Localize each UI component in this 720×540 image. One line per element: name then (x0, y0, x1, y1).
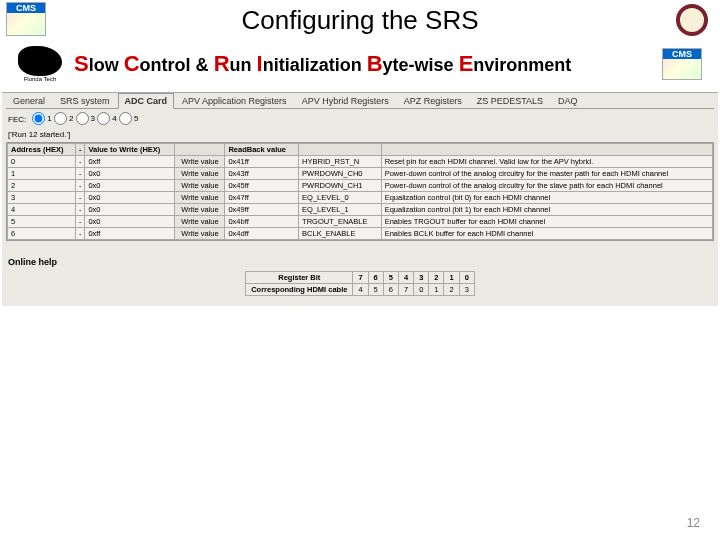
value-cell[interactable]: 0x0 (85, 168, 175, 180)
write-value-button[interactable]: Write value (175, 180, 225, 192)
bit-index: 2 (429, 272, 444, 284)
table-row: 6-0xffWrite value0x4dffBCLK_ENABLEEnable… (8, 228, 713, 240)
write-value-button[interactable]: Write value (175, 216, 225, 228)
write-value-button[interactable]: Write value (175, 168, 225, 180)
fec-radio-input-3[interactable] (76, 112, 89, 125)
tab-general[interactable]: General (6, 93, 52, 108)
bit-index: 6 (368, 272, 383, 284)
address-cell[interactable]: 6 (8, 228, 76, 240)
col-header: ReadBack value (225, 144, 299, 156)
tab-bar: GeneralSRS systemADC CardAPV Application… (6, 93, 714, 109)
fec-radio-1[interactable]: 1 (32, 112, 51, 125)
fec-radio-4[interactable]: 4 (97, 112, 116, 125)
value-cell[interactable]: 0x0 (85, 192, 175, 204)
register-name-cell: EQ_LEVEL_1 (299, 204, 382, 216)
app-panel: GeneralSRS systemADC CardAPV Application… (2, 92, 718, 306)
readback-cell: 0x47ff (225, 192, 299, 204)
bit-index: 5 (383, 272, 398, 284)
write-value-button[interactable]: Write value (175, 192, 225, 204)
tab-zs-pedestals[interactable]: ZS PEDESTALS (470, 93, 550, 108)
readback-cell: 0x41ff (225, 156, 299, 168)
readback-cell: 0x4dff (225, 228, 299, 240)
register-name-cell: PWRDOWN_CH0 (299, 168, 382, 180)
tab-apz-registers[interactable]: APZ Registers (397, 93, 469, 108)
fec-radio-3[interactable]: 3 (76, 112, 95, 125)
description-cell: Enables TRGOUT buffer for each HDMI chan… (381, 216, 712, 228)
fec-radio-5[interactable]: 5 (119, 112, 138, 125)
table-row: 3-0x0Write value0x47ffEQ_LEVEL_0Equaliza… (8, 192, 713, 204)
bit-index: 4 (398, 272, 413, 284)
fec-radio-input-5[interactable] (119, 112, 132, 125)
sep-cell: - (75, 228, 85, 240)
tab-srs-system[interactable]: SRS system (53, 93, 117, 108)
cable-index: 7 (398, 284, 413, 296)
sep-cell: - (75, 180, 85, 192)
scribe-acronym: Slow Control & Run Initialization Byte-w… (68, 51, 656, 77)
florida-tech-logo: Florida Tech (18, 46, 62, 82)
cms-logo-left (6, 2, 46, 36)
write-value-button[interactable]: Write value (175, 156, 225, 168)
bit-index: 3 (414, 272, 429, 284)
bit-index: 7 (353, 272, 368, 284)
write-value-button[interactable]: Write value (175, 228, 225, 240)
register-name-cell: HYBRID_RST_N (299, 156, 382, 168)
cable-index: 0 (414, 284, 429, 296)
panther-icon (18, 46, 62, 76)
bit-index: 1 (444, 272, 459, 284)
cable-index: 3 (459, 284, 474, 296)
register-name-cell: EQ_LEVEL_0 (299, 192, 382, 204)
table-row: 5-0x0Write value0x4bffTRGOUT_ENABLEEnabl… (8, 216, 713, 228)
tab-apv-hybrid-registers[interactable]: APV Hybrid Registers (295, 93, 396, 108)
tab-apv-application-registers[interactable]: APV Application Registers (175, 93, 294, 108)
register-name-cell: TRGOUT_ENABLE (299, 216, 382, 228)
description-cell: Power-down control of the analog circuit… (381, 168, 712, 180)
register-panel: Address (HEX)-Value to Write (HEX)ReadBa… (6, 142, 714, 241)
address-cell[interactable]: 1 (8, 168, 76, 180)
description-cell: Reset pin for each HDMI channel. Valid l… (381, 156, 712, 168)
table-row: 1-0x0Write value0x43ffPWRDOWN_CH0Power-d… (8, 168, 713, 180)
value-cell[interactable]: 0x0 (85, 216, 175, 228)
description-cell: Enables BCLK buffer for each HDMI channe… (381, 228, 712, 240)
tab-daq[interactable]: DAQ (551, 93, 585, 108)
app-banner: Florida Tech Slow Control & Run Initiali… (0, 40, 720, 92)
fec-radio-input-1[interactable] (32, 112, 45, 125)
fec-label: FEC: (8, 115, 26, 124)
register-table: Address (HEX)-Value to Write (HEX)ReadBa… (7, 143, 713, 240)
sep-cell: - (75, 204, 85, 216)
page-number: 12 (687, 516, 700, 530)
col-header: Address (HEX) (8, 144, 76, 156)
readback-cell: 0x4bff (225, 216, 299, 228)
readback-cell: 0x49ff (225, 204, 299, 216)
table-row: 4-0x0Write value0x49ffEQ_LEVEL_1Equaliza… (8, 204, 713, 216)
bits-row-head: Register Bit (246, 272, 353, 284)
address-cell[interactable]: 5 (8, 216, 76, 228)
value-cell[interactable]: 0x0 (85, 180, 175, 192)
col-header: - (75, 144, 85, 156)
sep-cell: - (75, 168, 85, 180)
col-header: Value to Write (HEX) (85, 144, 175, 156)
cable-index: 4 (353, 284, 368, 296)
address-cell[interactable]: 2 (8, 180, 76, 192)
address-cell[interactable]: 0 (8, 156, 76, 168)
slide-title: Configuring the SRS (241, 5, 478, 36)
address-cell[interactable]: 4 (8, 204, 76, 216)
fec-radio-input-2[interactable] (54, 112, 67, 125)
value-cell[interactable]: 0xff (85, 228, 175, 240)
tab-adc-card[interactable]: ADC Card (118, 93, 175, 109)
value-cell[interactable]: 0x0 (85, 204, 175, 216)
fec-radio-2[interactable]: 2 (54, 112, 73, 125)
fec-radio-input-4[interactable] (97, 112, 110, 125)
cable-row-head: Corresponding HDMI cable (246, 284, 353, 296)
sep-cell: - (75, 216, 85, 228)
sep-cell: - (75, 156, 85, 168)
description-cell: Equalization control (bit 1) for each HD… (381, 204, 712, 216)
value-cell[interactable]: 0xff (85, 156, 175, 168)
bit-index: 0 (459, 272, 474, 284)
address-cell[interactable]: 3 (8, 192, 76, 204)
table-row: 2-0x0Write value0x45ffPWRDOWN_CH1Power-d… (8, 180, 713, 192)
slide-header: Configuring the SRS (0, 0, 720, 40)
fec-radio-row: FEC: 1 2 3 4 5 (6, 109, 714, 130)
write-value-button[interactable]: Write value (175, 204, 225, 216)
cable-index: 2 (444, 284, 459, 296)
university-seal-icon (676, 4, 708, 36)
